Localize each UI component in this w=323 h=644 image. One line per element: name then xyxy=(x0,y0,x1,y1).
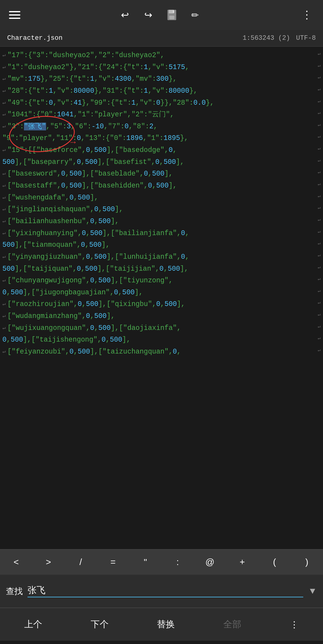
all-button[interactable]: 全部 xyxy=(214,615,250,634)
undo-button[interactable] xyxy=(118,8,132,22)
more-icon xyxy=(301,9,312,21)
code-line-zhangfei: ↵ "3":"张飞","5":3,"6":-10,"7":0,"8":2, ↵ xyxy=(0,121,323,133)
file-position: 1:563243 (2) xyxy=(243,34,290,42)
sym-quote[interactable]: " xyxy=(134,555,157,570)
pencil-icon xyxy=(191,10,199,20)
undo-icon xyxy=(121,9,129,21)
menu-button[interactable] xyxy=(9,11,20,19)
sym-gt[interactable]: > xyxy=(37,555,60,570)
sym-slash[interactable]: / xyxy=(69,555,93,570)
search-input-wrap[interactable] xyxy=(28,585,303,597)
file-encoding: UTF-8 xyxy=(296,34,316,42)
code-line: ↵ ["wujixuangongquan",0,500],["daojiaxin… xyxy=(0,322,323,334)
line-wrap-arrow: ↵ xyxy=(2,51,6,60)
code-line: 0,500],["jiugongbaguajian",0,500], ↵ xyxy=(0,287,323,299)
code-line: ↵ ["yixinghuanying",0,500],["bailianjian… xyxy=(0,228,323,240)
save-button[interactable] xyxy=(165,8,179,22)
save-icon xyxy=(166,10,177,20)
action-bar: 上个 下个 替换 全部 ⋮ xyxy=(0,608,323,641)
code-line: ↵ ["yinyangjiuzhuan",0,500],["lunhuijian… xyxy=(0,251,323,263)
code-line: ↵ ["basesword",0,500],["baseblade",0,500… xyxy=(0,168,323,180)
redo-icon xyxy=(144,9,152,21)
toolbar xyxy=(0,0,323,30)
code-line: ↵ "15":[["baseforce",0,500],["basedodge"… xyxy=(0,144,323,156)
code-line: ↵ "17":{"3":"dusheyao2","2":"dusheyao2",… xyxy=(0,50,323,62)
next-button[interactable]: 下个 xyxy=(82,615,118,634)
svg-rect-3 xyxy=(173,10,174,13)
replace-button[interactable]: 替换 xyxy=(148,615,184,634)
symbol-bar: < > / = " : @ + ( ) xyxy=(0,549,323,575)
code-line: ↵ ["feiyanzoubi",0,500],["taizuchangquan… xyxy=(0,346,323,358)
search-label: 查找 xyxy=(6,586,23,597)
redo-button[interactable] xyxy=(141,8,156,22)
code-line: 500],["baseparry",0,500],["basefist",0,5… xyxy=(0,156,323,168)
search-dropdown-button[interactable]: ▼ xyxy=(308,584,317,598)
code-line: ↵ ["wudangmianzhang",0,500], ↵ xyxy=(0,310,323,322)
code-line: ↵ "1041":{"0":1041,"1":"player","2":"云门"… xyxy=(0,109,323,121)
code-line: ↵ ["chunyangwujigong",0,500],["tiyunzong… xyxy=(0,275,323,287)
code-line: 0,500],["taijishengong",0,500], ↵ xyxy=(0,334,323,346)
sym-lparen[interactable]: ( xyxy=(263,555,286,570)
code-line: ↵ ["bailianhuashenbu",0,500], ↵ xyxy=(0,216,323,228)
search-input[interactable] xyxy=(28,585,303,596)
code-line: → "9":"player","11":0,"13":{"0":1896,"1"… xyxy=(0,133,323,144)
code-line: ↵ ["wushengdafa",0,500], ↵ xyxy=(0,192,323,204)
code-line: ↵ "49":{"t":0,"v":41},"99":{"t":1,"v":0}… xyxy=(0,97,323,109)
code-line: ↵ ["raozhiroujian",0,500],["qixingbu",0,… xyxy=(0,299,323,310)
code-line: ↵ "28":{"t":1,"v":80000},"31":{"t":1,"v"… xyxy=(0,85,323,97)
sym-lt[interactable]: < xyxy=(4,555,28,570)
svg-rect-2 xyxy=(169,16,174,19)
code-line: ↵ ["basestaff",0,500],["basehidden",0,50… xyxy=(0,180,323,192)
sym-at[interactable]: @ xyxy=(198,555,222,570)
file-name: Character.json xyxy=(7,34,63,42)
code-line: ↵ "mv":175},"25":{"t":1,"v":4300,"mv":30… xyxy=(0,73,323,85)
prev-button[interactable]: 上个 xyxy=(15,615,51,634)
file-bar: Character.json 1:563243 (2) UTF-8 xyxy=(0,30,323,47)
action-more-button[interactable]: ⋮ xyxy=(281,616,308,633)
code-line: 500],["tianmoquan",0,500], ↵ xyxy=(0,239,323,251)
code-line: ↵ ["jinglianqishaquan",0,500], ↵ xyxy=(0,204,323,216)
sym-colon[interactable]: : xyxy=(166,555,189,570)
sym-rparen[interactable]: ) xyxy=(295,555,319,570)
code-line: 500],["taijiquan",0,500],["taijijian",0,… xyxy=(0,263,323,275)
search-bar: 查找 ▼ xyxy=(0,575,323,608)
sym-plus[interactable]: + xyxy=(230,555,254,570)
more-options-button[interactable] xyxy=(300,8,314,22)
code-line: ↵ "1":"dusheyao2"},"21":{"24":{"t":1,"v"… xyxy=(0,62,323,74)
code-editor[interactable]: ↵ "17":{"3":"dusheyao2","2":"dusheyao2",… xyxy=(0,47,323,549)
edit-button[interactable] xyxy=(188,8,202,22)
sym-equals[interactable]: = xyxy=(101,555,125,570)
